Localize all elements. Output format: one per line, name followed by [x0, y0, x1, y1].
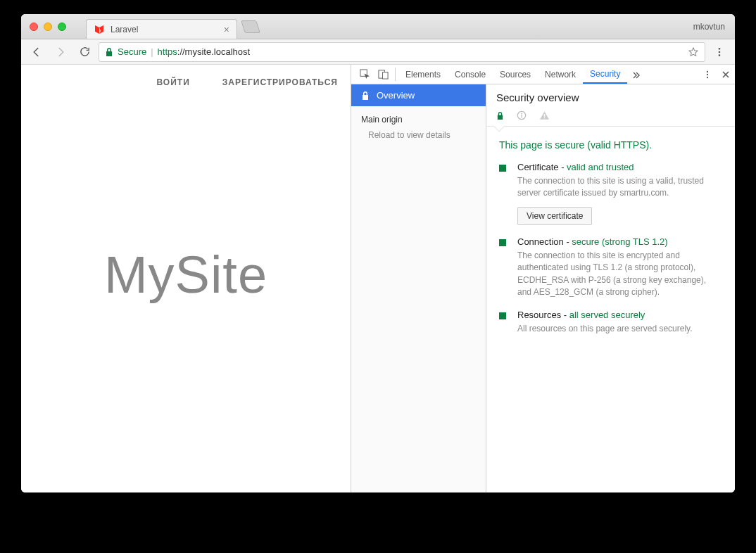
separator: | [151, 46, 153, 57]
lock-icon [496, 111, 504, 120]
res-title-status: all served securely [569, 310, 645, 320]
more-tabs-icon[interactable] [627, 65, 645, 84]
devtools-close-icon[interactable] [717, 65, 735, 84]
divider [395, 68, 396, 81]
svg-point-10 [521, 113, 522, 115]
svg-point-7 [707, 73, 708, 75]
reload-button[interactable] [75, 42, 94, 62]
devtools-panel: Elements Console Sources Network Securit… [351, 65, 735, 492]
browser-window: Laravel × mkovtun Secure | https://mysit… [21, 14, 735, 492]
device-toolbar-icon[interactable] [374, 65, 392, 84]
warning-icon [539, 110, 550, 120]
cert-title-prefix: Certificate - [517, 162, 567, 172]
status-dot-icon [499, 165, 506, 172]
lock-icon [105, 47, 113, 57]
certificate-section: Certificate - valid and trusted The conn… [486, 156, 735, 231]
view-certificate-button[interactable]: View certificate [517, 207, 592, 225]
tab-security[interactable]: Security [583, 65, 627, 84]
svg-rect-11 [521, 115, 522, 117]
url-rest: ://mysite.localhost [177, 46, 250, 57]
secure-headline: This page is secure (valid HTTPS). [486, 127, 735, 156]
sidebar-main-origin: Main origin [351, 106, 486, 127]
titlebar: Laravel × mkovtun [21, 14, 735, 39]
tab-console[interactable]: Console [448, 65, 493, 84]
sidebar-reload-hint[interactable]: Reload to view details [351, 127, 486, 143]
sidebar-overview[interactable]: Overview [351, 84, 486, 106]
connection-section: Connection - secure (strong TLS 1.2) The… [486, 231, 735, 305]
resources-title: Resources - all served securely [517, 310, 722, 320]
conn-title-status: secure (strong TLS 1.2) [572, 236, 667, 247]
tab-elements[interactable]: Elements [398, 65, 448, 84]
tab-sources[interactable]: Sources [493, 65, 538, 84]
svg-point-8 [707, 76, 708, 77]
minimize-window-button[interactable] [44, 23, 52, 31]
svg-point-0 [719, 48, 721, 50]
browser-tab[interactable]: Laravel × [86, 19, 237, 39]
lock-icon [361, 91, 370, 101]
devtools-tabbar: Elements Console Sources Network Securit… [351, 65, 735, 84]
page-hero-title: MySite [104, 245, 267, 305]
bookmark-star-icon[interactable] [688, 46, 699, 58]
devtools-sidebar: Overview Main origin Reload to view deta… [351, 84, 486, 492]
secure-chip: Secure [118, 46, 146, 57]
page-nav: ВОЙТИ ЗАРЕГИСТРИРОВАТЬСЯ [157, 77, 339, 87]
address-bar[interactable]: Secure | https://mysite.localhost [99, 42, 705, 62]
status-icon-row [486, 108, 735, 127]
close-window-button[interactable] [30, 23, 38, 31]
certificate-desc: The connection to this site is using a v… [517, 175, 722, 200]
svg-point-1 [719, 51, 721, 53]
register-link[interactable]: ЗАРЕГИСТРИРОВАТЬСЯ [222, 77, 338, 87]
tab-network[interactable]: Network [538, 65, 583, 84]
resources-desc: All resources on this page are served se… [517, 323, 722, 335]
new-tab-button[interactable] [241, 20, 260, 33]
info-icon [517, 110, 527, 120]
res-title-prefix: Resources - [517, 310, 569, 320]
conn-title-prefix: Connection - [517, 236, 572, 247]
sidebar-overview-label: Overview [377, 90, 415, 101]
page-viewport: ВОЙТИ ЗАРЕГИСТРИРОВАТЬСЯ MySite [21, 65, 351, 492]
url-text: https://mysite.localhost [158, 46, 251, 57]
svg-point-6 [707, 70, 708, 72]
profile-name[interactable]: mkovtun [693, 22, 725, 32]
status-dot-icon [499, 312, 506, 319]
resources-section: Resources - all served securely All reso… [486, 304, 735, 341]
devtools-body: Overview Main origin Reload to view deta… [351, 84, 735, 492]
svg-rect-13 [544, 117, 546, 119]
security-overview-heading: Security overview [486, 84, 735, 108]
devtools-main: Security overview This page is [486, 84, 735, 492]
back-button[interactable] [27, 42, 46, 62]
status-dot-icon [499, 239, 506, 246]
inspect-element-icon[interactable] [355, 65, 374, 84]
connection-title: Connection - secure (strong TLS 1.2) [517, 236, 722, 247]
connection-desc: The connection to this site is encrypted… [517, 250, 722, 299]
maximize-window-button[interactable] [58, 23, 66, 31]
login-link[interactable]: ВОЙТИ [157, 77, 190, 87]
certificate-title: Certificate - valid and trusted [517, 162, 722, 172]
url-scheme: https [158, 46, 177, 57]
toolbar: Secure | https://mysite.localhost [21, 39, 735, 65]
tab-close-icon[interactable]: × [224, 24, 229, 35]
forward-button[interactable] [51, 42, 70, 62]
cert-title-status: valid and trusted [567, 162, 634, 172]
laravel-favicon-icon [94, 24, 105, 35]
svg-point-2 [719, 54, 721, 56]
browser-menu-button[interactable] [710, 42, 729, 62]
svg-rect-12 [544, 114, 546, 117]
window-controls [21, 23, 66, 31]
svg-rect-5 [382, 72, 388, 79]
content-area: ВОЙТИ ЗАРЕГИСТРИРОВАТЬСЯ MySite Elements… [21, 65, 735, 492]
devtools-menu-icon[interactable] [698, 65, 717, 84]
tab-title: Laravel [111, 25, 218, 34]
